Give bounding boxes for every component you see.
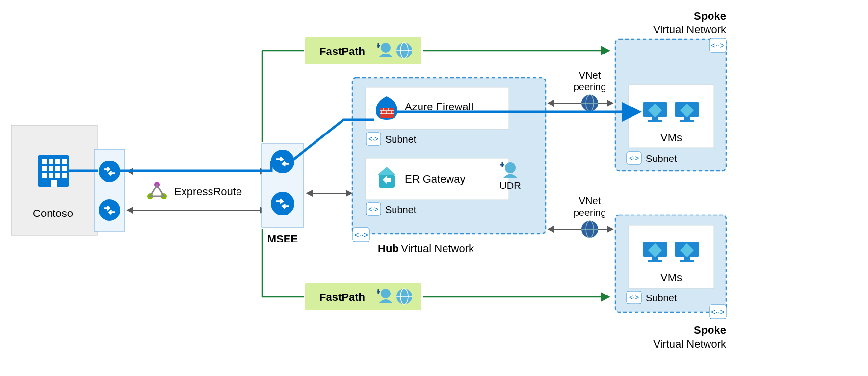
svg-text:Spoke: Spoke bbox=[694, 10, 726, 22]
gateway-label: ER Gateway bbox=[405, 173, 466, 185]
fastpath-badge-bottom: FastPath bbox=[305, 283, 421, 310]
svg-text:<·>: <·> bbox=[368, 135, 378, 143]
svg-rect-2 bbox=[42, 159, 47, 164]
traffic-path bbox=[120, 161, 271, 171]
msee-box: MSEE bbox=[262, 144, 304, 245]
subnet-icon: <·> bbox=[627, 152, 641, 164]
svg-point-52 bbox=[505, 162, 516, 173]
fastpath-badge-top: FastPath bbox=[305, 37, 421, 64]
router-icon bbox=[271, 192, 294, 215]
router-icon bbox=[99, 161, 120, 182]
peering-bottom: VNet peering bbox=[549, 195, 612, 238]
subnet-label: Subnet bbox=[385, 204, 417, 215]
hub-vnet: <··> Hub Virtual Network Azure Firewall … bbox=[352, 78, 546, 255]
svg-rect-4 bbox=[55, 159, 60, 164]
svg-rect-85 bbox=[648, 260, 662, 262]
svg-rect-9 bbox=[62, 166, 67, 171]
svg-rect-73 bbox=[648, 120, 662, 122]
svg-rect-14 bbox=[51, 180, 57, 187]
expressroute-icon bbox=[147, 182, 167, 199]
svg-text:peering: peering bbox=[574, 81, 606, 92]
svg-rect-5 bbox=[62, 159, 67, 164]
subnet-icon: <·> bbox=[627, 291, 641, 304]
router-icon bbox=[271, 150, 294, 173]
vnet-icon: <··> bbox=[710, 305, 726, 319]
msee-label: MSEE bbox=[267, 233, 298, 245]
vnet-icon: <··> bbox=[353, 228, 369, 242]
svg-text:<··>: <··> bbox=[354, 231, 368, 239]
svg-rect-84 bbox=[652, 257, 658, 260]
svg-point-25 bbox=[381, 43, 391, 53]
svg-rect-3 bbox=[49, 159, 53, 164]
svg-text:peering: peering bbox=[574, 207, 606, 218]
vms-label: VMs bbox=[660, 132, 682, 144]
subnet-icon: <·> bbox=[366, 133, 381, 145]
svg-text:Spoke: Spoke bbox=[694, 324, 726, 336]
globe-icon bbox=[396, 43, 412, 58]
svg-rect-72 bbox=[652, 117, 658, 120]
svg-text:<·>: <·> bbox=[629, 154, 639, 162]
svg-rect-6 bbox=[42, 166, 47, 171]
svg-text:<·>: <·> bbox=[368, 205, 378, 213]
fastpath-label: FastPath bbox=[319, 291, 365, 303]
local-routers bbox=[94, 149, 125, 231]
subnet-label: Subnet bbox=[385, 134, 417, 145]
spoke-1: Spoke Virtual Network <··> VMs <·> Subne… bbox=[615, 10, 727, 171]
svg-point-30 bbox=[381, 289, 391, 298]
svg-text:Virtual Network: Virtual Network bbox=[653, 24, 727, 36]
svg-rect-10 bbox=[42, 173, 47, 178]
svg-point-23 bbox=[271, 192, 294, 215]
udr-label: UDR bbox=[500, 180, 521, 191]
svg-text:<··>: <··> bbox=[711, 41, 725, 50]
svg-rect-13 bbox=[62, 173, 67, 178]
building-icon bbox=[38, 155, 69, 187]
svg-text:<·>: <·> bbox=[629, 294, 639, 301]
subnet-label: Subnet bbox=[646, 153, 677, 164]
svg-rect-12 bbox=[55, 173, 60, 178]
contoso-label: Contoso bbox=[33, 207, 73, 219]
svg-text:VNet: VNet bbox=[579, 195, 601, 206]
peering-top: VNet peering bbox=[549, 70, 612, 111]
router-icon bbox=[99, 199, 120, 221]
hub-title: Hub Virtual Network bbox=[378, 242, 474, 255]
fastpath-label: FastPath bbox=[319, 45, 365, 57]
svg-rect-88 bbox=[684, 257, 690, 260]
expressroute-label: ExpressRoute bbox=[174, 186, 242, 198]
vms-label: VMs bbox=[660, 271, 682, 284]
svg-rect-11 bbox=[49, 173, 53, 178]
svg-point-22 bbox=[271, 150, 294, 173]
contoso-box: Contoso bbox=[11, 125, 97, 235]
svg-rect-8 bbox=[55, 166, 60, 171]
svg-text:Virtual Network: Virtual Network bbox=[653, 338, 727, 350]
globe-icon bbox=[396, 289, 412, 304]
svg-point-17 bbox=[99, 199, 120, 221]
svg-text:<··>: <··> bbox=[711, 308, 725, 316]
svg-rect-77 bbox=[680, 120, 694, 122]
peering-icon bbox=[581, 221, 598, 238]
svg-point-16 bbox=[99, 161, 120, 182]
subnet-label: Subnet bbox=[646, 293, 677, 303]
svg-rect-76 bbox=[684, 117, 690, 120]
vnet-icon: <··> bbox=[710, 38, 726, 52]
svg-text:VNet: VNet bbox=[579, 70, 601, 81]
subnet-icon: <·> bbox=[366, 203, 381, 215]
svg-rect-89 bbox=[680, 260, 694, 262]
peering-icon bbox=[581, 95, 598, 111]
spoke-2: VMs <·> Subnet <··> Spoke Virtual Networ… bbox=[615, 215, 727, 350]
svg-rect-7 bbox=[49, 166, 53, 171]
